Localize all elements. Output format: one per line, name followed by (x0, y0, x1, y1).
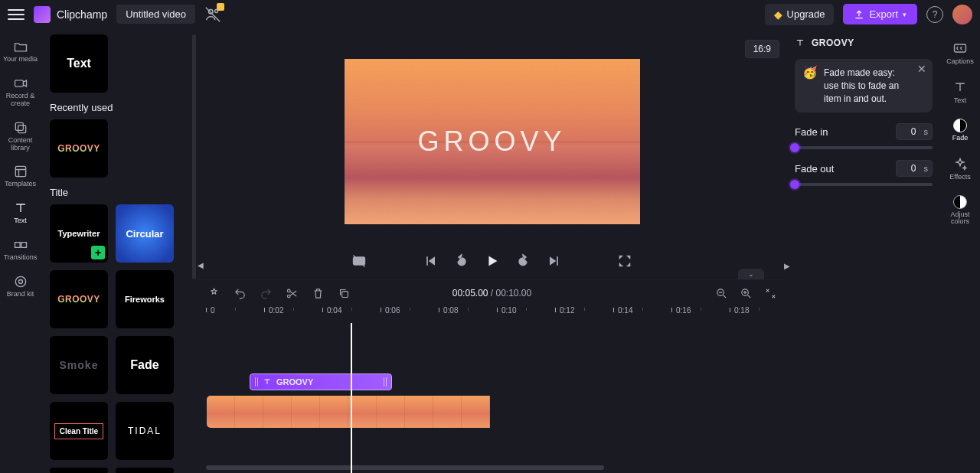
svg-point-9 (18, 280, 22, 284)
svg-rect-3 (15, 122, 23, 130)
nav-text[interactable]: Text (2, 196, 39, 230)
clip-label: GROOVY (276, 377, 313, 387)
svg-rect-7 (21, 243, 26, 248)
template-icon (13, 164, 28, 179)
nav-transitions[interactable]: Transitions (2, 233, 39, 266)
svg-rect-2 (15, 80, 23, 86)
svg-rect-5 (15, 167, 25, 177)
close-tip-button[interactable]: ✕ (916, 64, 928, 76)
rnav-text[interactable]: Text (942, 75, 978, 109)
scrollbar[interactable] (192, 34, 196, 279)
magic-button[interactable] (206, 285, 221, 301)
tile-smoke[interactable]: Smoke (50, 336, 108, 394)
ruler-tick: 0:18 (734, 306, 749, 315)
seek-back-button[interactable] (452, 252, 471, 270)
sparkle-icon (952, 156, 968, 171)
ruler-tick: 0:04 (327, 306, 341, 315)
seek-forward-button[interactable] (514, 252, 532, 270)
collapse-library-handle[interactable]: ◀ (197, 250, 204, 280)
nav-record-create[interactable]: Record & create (2, 71, 39, 113)
timeline: 00:05.00 / 00:10.00 00:020:040:060:080:1… (197, 279, 787, 473)
properties-panel: GROOVY 🥳 Fade made easy: use this to fad… (787, 28, 940, 473)
collaboration-off-icon[interactable] (204, 6, 221, 23)
undo-button[interactable] (232, 285, 247, 301)
seconds-unit: s (920, 164, 933, 173)
tile-groovy[interactable]: GROOVY (50, 270, 108, 328)
tile-circular[interactable]: Circular (116, 204, 174, 263)
redo-button[interactable] (258, 285, 273, 301)
aspect-ratio-button[interactable]: 16:9 (745, 40, 779, 58)
fade-icon (953, 119, 967, 132)
rnav-fade[interactable]: Fade (942, 114, 978, 147)
brand-icon (13, 274, 28, 289)
tile-recent-groovy[interactable]: GROOVY (50, 119, 108, 178)
tile-tidal[interactable]: TIDAL (116, 402, 174, 460)
timeline-ruler[interactable]: 00:020:040:060:080:100:120:140:160:18 (206, 306, 787, 323)
rnav-captions[interactable]: Captions (942, 36, 978, 70)
ruler-tick: 0:12 (560, 306, 574, 315)
seconds-unit: s (920, 127, 933, 136)
svg-point-8 (15, 276, 25, 286)
fade-in-slider[interactable] (795, 146, 933, 149)
section-title: Title (50, 187, 192, 198)
library-panel: Text Recently used GROOVY Title Typewrit… (41, 28, 197, 473)
play-button[interactable] (483, 252, 501, 270)
svg-rect-18 (955, 44, 966, 52)
user-avatar[interactable] (952, 5, 972, 24)
slider-knob[interactable] (790, 180, 799, 189)
playback-controls (197, 243, 787, 279)
fade-in-control: Fade in s (795, 123, 933, 149)
tile-clean-title[interactable]: Clean Title (50, 402, 108, 460)
logo-icon (34, 6, 51, 23)
tile-plain-text[interactable]: Text (50, 34, 108, 93)
clip-handle-left[interactable] (255, 377, 258, 387)
ruler-tick: 0:10 (501, 306, 516, 315)
tile-fade[interactable]: Fade (116, 336, 174, 394)
split-button[interactable] (284, 285, 299, 301)
nav-your-media[interactable]: Your media (2, 34, 39, 68)
clip-handle-right[interactable] (384, 377, 387, 387)
rnav-adjust-colors[interactable]: Adjust colors (942, 191, 978, 231)
menu-button[interactable] (8, 6, 24, 23)
playhead[interactable] (351, 323, 352, 473)
export-button[interactable]: Export ▾ (843, 4, 917, 24)
expand-properties-handle[interactable]: ▶ (783, 250, 791, 281)
skip-forward-button[interactable] (544, 252, 563, 270)
nav-content-library[interactable]: Content library (2, 116, 39, 157)
add-icon[interactable]: + (91, 246, 105, 259)
project-title[interactable]: Untitled video (116, 5, 195, 24)
slider-knob[interactable] (790, 143, 799, 152)
help-button[interactable]: ? (926, 6, 943, 23)
app-logo: Clipchamp (34, 6, 107, 23)
closed-captions-off-button[interactable] (350, 252, 368, 270)
upgrade-button[interactable]: ◆ Upgrade (765, 4, 835, 25)
tile-more-1[interactable] (50, 468, 108, 473)
delete-button[interactable] (310, 285, 325, 301)
skip-back-button[interactable] (422, 252, 440, 270)
fade-out-slider[interactable] (795, 183, 933, 186)
preview-canvas[interactable]: GROOVY (345, 59, 640, 224)
svg-rect-12 (557, 256, 558, 266)
rnav-effects[interactable]: Effects (942, 152, 978, 186)
horizontal-scrollbar[interactable] (206, 465, 604, 470)
ruler-tick: 0:08 (443, 306, 458, 315)
tile-more-2[interactable] (116, 468, 174, 473)
text-clip[interactable]: GROOVY (250, 374, 392, 390)
fade-in-input[interactable] (897, 125, 920, 139)
collapse-timeline-handle[interactable]: ⌄ (738, 269, 764, 279)
zoom-in-button[interactable] (738, 285, 753, 301)
fade-in-input-wrap: s (896, 123, 933, 140)
fade-out-input[interactable] (897, 161, 920, 175)
text-icon (13, 201, 28, 216)
duplicate-button[interactable] (336, 285, 351, 301)
zoom-out-button[interactable] (714, 285, 729, 301)
tile-fireworks[interactable]: Fireworks (116, 270, 174, 328)
tip-card: 🥳 Fade made easy: use this to fade an it… (795, 59, 933, 113)
nav-templates[interactable]: Templates (2, 159, 39, 193)
fullscreen-button[interactable] (616, 252, 634, 270)
export-label: Export (869, 8, 898, 20)
nav-brand-kit[interactable]: Brand kit (2, 269, 39, 303)
timeline-tracks[interactable]: GROOVY (206, 323, 787, 473)
tile-typewriter[interactable]: Typewriter+ (50, 204, 108, 263)
zoom-fit-button[interactable] (763, 285, 778, 301)
